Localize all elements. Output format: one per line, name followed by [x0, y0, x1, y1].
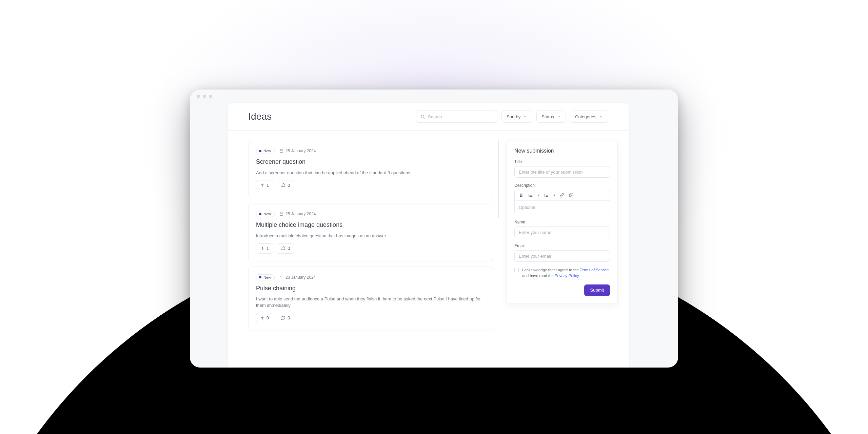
scrollbar-thumb[interactable] [498, 140, 499, 218]
upvote-button[interactable]: 1 [256, 180, 273, 190]
comment-icon [281, 246, 285, 251]
status-dot-icon [259, 276, 261, 278]
comments-button[interactable]: 0 [277, 313, 294, 323]
name-input[interactable] [514, 226, 610, 238]
email-input[interactable] [514, 250, 610, 262]
comment-count: 0 [288, 246, 290, 251]
scrollbar[interactable] [498, 140, 499, 331]
status-chip: New [256, 148, 275, 154]
dropdown-caret-icon[interactable] [553, 195, 555, 196]
svg-point-19 [529, 195, 529, 195]
vote-count: 0 [267, 315, 269, 320]
consent-checkbox[interactable] [514, 268, 519, 272]
svg-point-0 [421, 115, 424, 118]
comments-button[interactable]: 0 [277, 243, 294, 254]
svg-rect-29 [570, 194, 573, 197]
panel-title: New submission [514, 148, 610, 154]
svg-rect-12 [280, 276, 283, 279]
app-header: Ideas Sort by [228, 103, 629, 131]
comment-count: 0 [288, 315, 290, 320]
browser-window: Ideas Sort by [190, 90, 678, 368]
title-label: Title [514, 159, 610, 164]
description-editor[interactable]: B 123 [514, 190, 610, 214]
consent-row: I acknowledge that I agree to the Terms … [514, 267, 610, 279]
bullet-list-icon[interactable] [528, 192, 534, 198]
calendar-icon [279, 212, 283, 216]
sort-by-dropdown[interactable]: Sort by [501, 111, 532, 123]
comment-icon [281, 183, 285, 188]
svg-rect-7 [280, 213, 283, 216]
submit-button[interactable]: Submit [584, 284, 610, 296]
idea-date-text: 25 January 2024 [285, 149, 316, 153]
window-dot [197, 95, 200, 98]
name-label: Name [514, 220, 610, 224]
status-chip-label: New [263, 149, 271, 153]
link-icon[interactable] [559, 192, 565, 198]
svg-line-1 [424, 118, 425, 119]
idea-description: Add a screener question that can be appl… [256, 170, 485, 176]
idea-description: I want to able send the audience a Pulse… [256, 296, 485, 309]
consent-text: I acknowledge that I agree to the Terms … [522, 267, 610, 279]
idea-date: 25 January 2024 [279, 212, 316, 216]
app-frame: Ideas Sort by [228, 103, 629, 368]
vote-count: 1 [267, 246, 269, 251]
arrow-up-icon [260, 316, 264, 320]
numbered-list-icon[interactable]: 123 [543, 192, 549, 198]
comment-icon [281, 316, 285, 320]
upvote-button[interactable]: 0 [256, 313, 273, 323]
toolbar: Sort by Status Categorie [416, 111, 608, 123]
privacy-link[interactable]: Privacy Policy [555, 274, 579, 278]
description-body[interactable]: Optional [515, 201, 610, 214]
arrow-up-icon [260, 183, 264, 187]
new-submission-panel: New submission Title Description B [507, 140, 618, 304]
window-dot [203, 95, 206, 98]
svg-point-21 [529, 196, 529, 197]
page-title: Ideas [248, 111, 272, 122]
dropdown-caret-icon[interactable] [538, 195, 540, 196]
svg-point-30 [570, 195, 571, 195]
email-label: Email [514, 243, 610, 248]
idea-date: 23 January 2024 [279, 275, 316, 280]
description-label: Description [514, 183, 610, 188]
chevron-down-icon [523, 115, 527, 119]
status-chip: New [256, 274, 275, 280]
idea-date: 25 January 2024 [279, 149, 316, 153]
window-dot [209, 95, 212, 98]
idea-title: Pulse chaining [256, 284, 485, 292]
image-icon[interactable] [568, 192, 574, 198]
status-chip-label: New [263, 275, 271, 279]
search-input[interactable] [428, 114, 493, 119]
categories-label: Categories [575, 114, 596, 119]
ideas-list: New 25 January 2024 Screener question Ad… [248, 140, 497, 331]
idea-title: Multiple choice image questions [256, 221, 485, 229]
status-dot-icon [259, 150, 261, 152]
idea-description: Introduce a multiple choice question tha… [256, 233, 485, 239]
upvote-button[interactable]: 1 [256, 243, 273, 254]
arrow-up-icon [260, 246, 264, 251]
categories-dropdown[interactable]: Categories [570, 111, 608, 123]
svg-text:3: 3 [544, 196, 545, 197]
comment-count: 0 [288, 183, 290, 188]
svg-point-17 [529, 194, 529, 194]
calendar-icon [279, 149, 283, 153]
title-input[interactable] [514, 166, 610, 178]
chevron-down-icon [557, 115, 561, 119]
search-field[interactable] [416, 111, 497, 123]
status-label: Status [541, 114, 554, 119]
idea-card[interactable]: New 25 January 2024 Screener question Ad… [248, 140, 493, 198]
window-titlebar [190, 90, 678, 103]
window-controls [197, 95, 212, 98]
consent-middle: and have read the [522, 274, 555, 278]
search-icon [420, 114, 425, 119]
status-chip: New [256, 211, 275, 217]
bold-icon[interactable]: B [518, 192, 524, 198]
idea-date-text: 23 January 2024 [285, 275, 316, 280]
svg-rect-2 [280, 150, 283, 153]
idea-card[interactable]: New 23 January 2024 Pulse chaining I wan… [248, 267, 493, 331]
status-dropdown[interactable]: Status [536, 111, 566, 123]
terms-link[interactable]: Terms of Service [580, 268, 609, 272]
sort-by-label: Sort by [507, 114, 520, 119]
idea-card[interactable]: New 25 January 2024 Multiple choice imag… [248, 203, 493, 261]
vote-count: 1 [267, 183, 269, 188]
comments-button[interactable]: 0 [277, 180, 294, 190]
